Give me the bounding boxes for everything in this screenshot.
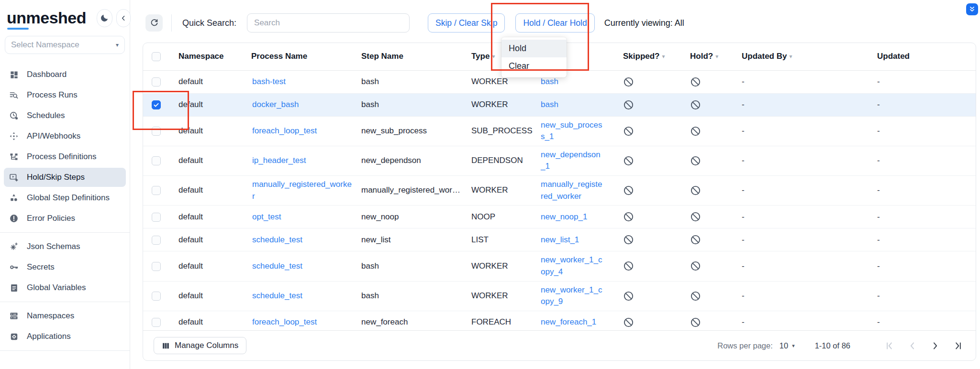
sidebar-item-api-webhooks[interactable]: API/Webhooks xyxy=(4,127,126,146)
sort-arrow-icon[interactable]: ▾ xyxy=(789,53,792,60)
step-ref-link[interactable]: new_noop_1 xyxy=(541,212,587,221)
step-ref-link[interactable]: bash xyxy=(541,100,558,109)
column-header-step-name: Step Name xyxy=(356,43,466,70)
process-name-link[interactable]: ip_header_test xyxy=(252,156,306,165)
step-ref-cell: new_foreach_1 xyxy=(535,311,615,330)
step-name-cell: new_foreach xyxy=(356,311,466,330)
step-ref-cell: new_worker_1_copy_4 xyxy=(535,251,615,281)
process-name-link[interactable]: bash-test xyxy=(252,77,286,86)
sidebar-item-json-schemas[interactable]: Json Schemas xyxy=(4,237,126,256)
sidebar-item-dashboard[interactable]: Dashboard xyxy=(4,65,126,84)
applications-icon xyxy=(9,332,19,341)
row-checkbox[interactable] xyxy=(152,156,161,165)
step-ref-cell: new_sub_process_1 xyxy=(535,116,615,146)
row-select-cell xyxy=(143,70,173,93)
updated-cell: - xyxy=(871,70,976,93)
step-ref-cell: bash xyxy=(535,93,615,116)
process-name-link[interactable]: schedule_test xyxy=(252,235,302,244)
namespace-cell: default xyxy=(173,176,245,206)
type-cell: WORKER xyxy=(466,93,535,116)
column-header-skipped[interactable]: Skipped?▾ xyxy=(615,43,682,70)
process-name-cell: foreach_loop_test xyxy=(245,116,356,146)
pager-button-last-page[interactable] xyxy=(953,340,963,351)
row-checkbox[interactable] xyxy=(152,127,161,136)
row-checkbox[interactable] xyxy=(152,236,161,245)
process-name-link[interactable]: opt_test xyxy=(252,212,281,221)
hold-clear-hold-button[interactable]: Hold / Clear Hold xyxy=(515,13,594,33)
step-ref-cell: new_dependson_1 xyxy=(535,146,615,175)
sidebar-item-global-variables[interactable]: Global Variables xyxy=(4,278,126,297)
skip-clear-skip-button[interactable]: Skip / Clear Skip xyxy=(428,13,505,33)
block-icon xyxy=(623,99,680,110)
notification-badge[interactable] xyxy=(966,3,978,15)
block-icon xyxy=(623,155,680,166)
step-ref-link[interactable]: new_list_1 xyxy=(541,235,579,244)
row-checkbox[interactable] xyxy=(152,100,161,109)
block-icon xyxy=(623,211,680,222)
step-ref-link[interactable]: new_dependson_1 xyxy=(541,150,601,171)
header-checkbox[interactable] xyxy=(152,52,161,61)
namespace-cell: default xyxy=(173,228,245,251)
process-name-link[interactable]: manually_registered_worker xyxy=(252,180,352,201)
sidebar-item-process-definitions[interactable]: Process Definitions xyxy=(4,147,126,166)
row-checkbox[interactable] xyxy=(152,213,161,222)
menu-item-clear[interactable]: Clear xyxy=(501,57,567,75)
pager-button-chevron-right[interactable] xyxy=(930,340,940,351)
process-name-link[interactable]: schedule_test xyxy=(252,261,302,271)
sidebar-item-applications[interactable]: Applications xyxy=(4,327,126,346)
sidebar-collapse-button[interactable] xyxy=(116,9,131,27)
step-ref-link[interactable]: manually_registered_worker xyxy=(541,180,602,201)
sidebar-item-process-runs[interactable]: Process Runs xyxy=(4,86,126,105)
search-input[interactable] xyxy=(247,13,410,33)
step-ref-link[interactable]: bash xyxy=(541,77,558,86)
process-name-cell: schedule_test xyxy=(245,228,356,251)
row-checkbox[interactable] xyxy=(152,186,161,195)
row-checkbox[interactable] xyxy=(152,318,161,327)
manage-columns-label: Manage Columns xyxy=(175,341,238,350)
row-checkbox[interactable] xyxy=(152,292,161,301)
sort-arrow-icon[interactable]: ▾ xyxy=(715,53,718,60)
column-header-select xyxy=(143,43,173,70)
column-header-hold[interactable]: Hold?▾ xyxy=(682,43,736,70)
step-ref-link[interactable]: new_foreach_1 xyxy=(541,317,596,326)
block-icon xyxy=(690,211,734,222)
step-name-cell: new_sub_process xyxy=(356,116,466,146)
process-name-link[interactable]: foreach_loop_test xyxy=(252,317,317,326)
column-header-updated-by[interactable]: Updated By▾ xyxy=(736,43,871,70)
sidebar-item-schedules[interactable]: Schedules xyxy=(4,106,126,125)
column-header-label: Hold? xyxy=(690,52,713,61)
refresh-button[interactable] xyxy=(145,14,163,32)
menu-item-hold[interactable]: Hold xyxy=(501,40,567,57)
skipped-cell xyxy=(615,146,682,175)
pager-button-first-page[interactable] xyxy=(884,340,894,351)
process-name-link[interactable]: foreach_loop_test xyxy=(252,126,317,135)
namespace-select[interactable]: Select Namespace ▾ xyxy=(5,36,125,54)
sort-arrow-icon[interactable]: ▾ xyxy=(662,53,665,60)
namespace-cell: default xyxy=(173,93,245,116)
step-ref-link[interactable]: new_worker_1_copy_9 xyxy=(541,285,602,306)
column-header-label: Type xyxy=(471,52,490,61)
sidebar-item-global-step-definitions[interactable]: Global Step Definitions xyxy=(4,188,126,207)
pager-button-chevron-left[interactable] xyxy=(907,340,917,351)
sidebar-item-namespaces[interactable]: Namespaces xyxy=(4,306,126,326)
row-checkbox[interactable] xyxy=(152,262,161,271)
rows-per-page-value[interactable]: 10 xyxy=(780,341,788,350)
theme-toggle-button[interactable] xyxy=(97,9,112,27)
process-name-link[interactable]: docker_bash xyxy=(252,100,299,109)
rows-per-page-caret-icon[interactable]: ▾ xyxy=(792,343,795,348)
namespace-cell: default xyxy=(173,206,245,228)
process-name-link[interactable]: schedule_test xyxy=(252,291,302,300)
manage-columns-button[interactable]: Manage Columns xyxy=(154,337,246,354)
sidebar-item-error-policies[interactable]: Error Policies xyxy=(4,209,126,228)
hold-cell xyxy=(682,146,736,175)
block-icon xyxy=(623,317,680,328)
sidebar-item-secrets[interactable]: Secrets xyxy=(4,258,126,277)
column-header-label: Namespace xyxy=(178,52,224,61)
row-checkbox[interactable] xyxy=(152,77,161,87)
step-ref-link[interactable]: new_worker_1_copy_4 xyxy=(541,255,602,276)
step-ref-link[interactable]: new_sub_process_1 xyxy=(541,120,602,141)
sidebar-item-hold-skip-steps[interactable]: Hold/Skip Steps xyxy=(4,168,126,187)
schedules-icon xyxy=(9,111,19,120)
sort-arrow-icon[interactable]: ▾ xyxy=(492,53,495,60)
type-cell: WORKER xyxy=(466,281,535,311)
